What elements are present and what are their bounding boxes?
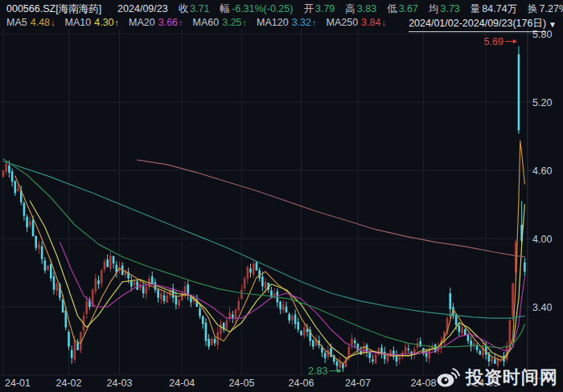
candle-body bbox=[38, 244, 40, 249]
candle-body bbox=[479, 351, 482, 355]
candle-body bbox=[205, 323, 208, 341]
candle-body bbox=[464, 329, 466, 335]
candle-body bbox=[405, 347, 407, 353]
candle-body bbox=[32, 220, 35, 237]
ma-legend-item-ma20: MA203.66↑ bbox=[129, 17, 183, 28]
trend-arrow-icon: ↑ bbox=[115, 18, 120, 27]
candle-body bbox=[351, 339, 353, 345]
stat-label: 开 bbox=[303, 3, 314, 14]
candle-body bbox=[491, 358, 493, 362]
candle-body bbox=[265, 282, 267, 288]
stat-value: 84.74万 bbox=[482, 3, 517, 14]
candle-body bbox=[160, 293, 162, 299]
candle-body bbox=[303, 328, 306, 336]
candle-body bbox=[68, 332, 70, 346]
stat-value: 3.67 bbox=[399, 3, 418, 14]
ma-legend-item-ma250: MA2503.84↓ bbox=[327, 17, 386, 28]
candle-body bbox=[408, 349, 410, 350]
candle-body bbox=[2, 170, 5, 178]
weibo-icon bbox=[436, 367, 460, 388]
stat-label: 高 bbox=[345, 3, 355, 14]
candle-body bbox=[375, 355, 377, 364]
x-axis-label: 24-06 bbox=[289, 378, 314, 389]
candle-body bbox=[154, 282, 157, 289]
candle-body bbox=[372, 359, 374, 361]
candle-body bbox=[202, 316, 204, 325]
candle-body bbox=[55, 284, 58, 291]
candle-body bbox=[232, 314, 234, 318]
ma-name: MA10 bbox=[65, 17, 92, 28]
candle-body bbox=[324, 353, 327, 358]
candle-body bbox=[142, 286, 145, 293]
candle-body bbox=[494, 359, 496, 364]
stat-label: 幅 bbox=[220, 3, 231, 14]
candle-body bbox=[178, 300, 180, 306]
candle-body bbox=[130, 280, 133, 286]
candle-body bbox=[47, 266, 49, 271]
candle-body bbox=[368, 353, 371, 358]
candle-body bbox=[17, 189, 19, 191]
candle-body bbox=[44, 260, 47, 270]
stock-chart-window: 5.805.204.604.003.402.8024-0124-0224-032… bbox=[0, 0, 563, 392]
candle-body bbox=[146, 287, 148, 295]
annotation-label: 5.69 bbox=[484, 36, 503, 47]
candle-body bbox=[288, 314, 290, 321]
candle-body bbox=[449, 293, 451, 309]
candle-body bbox=[258, 270, 261, 278]
y-axis-label: 4.00 bbox=[532, 234, 552, 245]
trade-date: 2024/09/23 bbox=[117, 3, 168, 14]
candle-body bbox=[23, 203, 26, 216]
stock-symbol: 000566.SZ[海南海药] bbox=[6, 2, 101, 16]
candle-body bbox=[62, 300, 64, 312]
candle-body bbox=[342, 364, 344, 369]
ma-value: 3.25 bbox=[222, 17, 241, 28]
candle-body bbox=[455, 314, 458, 325]
ma-line-MA250 bbox=[138, 160, 525, 257]
candle-body bbox=[26, 217, 28, 227]
watermark-text: 投资时间网 bbox=[466, 365, 558, 390]
candle-body bbox=[35, 236, 37, 248]
x-axis-label: 24-01 bbox=[5, 378, 31, 389]
ma-name: MA250 bbox=[327, 17, 359, 28]
candle-body bbox=[235, 309, 237, 319]
stat-avg: 均3.73 bbox=[429, 2, 460, 16]
ma-name: MA120 bbox=[257, 17, 289, 28]
trend-arrow-icon: ↑ bbox=[179, 18, 183, 27]
stat-value: 3.83 bbox=[357, 3, 376, 14]
candle-body bbox=[74, 341, 76, 361]
ma-line-MA120 bbox=[3, 161, 524, 319]
candle-body bbox=[136, 281, 138, 289]
candle-body bbox=[297, 322, 299, 330]
x-axis-label: 24-08 bbox=[410, 378, 436, 389]
ma-value: 3.32 bbox=[292, 17, 311, 28]
trend-arrow-icon: ↓ bbox=[381, 18, 386, 27]
candle-body bbox=[71, 350, 73, 358]
ma-line-MA5 bbox=[15, 141, 525, 364]
candle-body bbox=[485, 346, 487, 355]
candle-body bbox=[256, 262, 258, 270]
ma-legend-item-ma120: MA1203.32↑ bbox=[257, 17, 316, 28]
candle-body bbox=[85, 301, 88, 314]
annotation-arrowhead bbox=[513, 39, 517, 43]
stat-label: 换 bbox=[528, 3, 538, 14]
candlestick-chart-canvas[interactable]: 5.805.204.604.003.402.8024-0124-0224-032… bbox=[0, 0, 563, 392]
stat-label: 低 bbox=[387, 3, 397, 14]
candle-body bbox=[97, 280, 100, 284]
candle-body bbox=[109, 255, 112, 268]
stat-open: 开3.79 bbox=[303, 2, 335, 16]
trend-arrow-icon: ↓ bbox=[51, 18, 55, 27]
stat-label: 量 bbox=[471, 3, 481, 14]
x-axis-label: 24-02 bbox=[56, 378, 82, 389]
stat-value: 3.73 bbox=[440, 3, 459, 14]
candle-body bbox=[14, 182, 17, 194]
more-options[interactable]: … bbox=[548, 1, 558, 12]
date-range-selector[interactable]: 2024/01/02-2024/09/23(176日) ▼ bbox=[409, 17, 557, 32]
dropdown-caret-icon: ▼ bbox=[549, 20, 557, 29]
candle-body bbox=[29, 222, 31, 226]
ma-legend-item-ma60: MA603.25↑ bbox=[193, 17, 248, 28]
candle-body bbox=[199, 308, 201, 316]
x-axis-label: 24-05 bbox=[228, 378, 254, 389]
candle-body bbox=[419, 341, 421, 347]
header-bar: 000566.SZ[海南海药] 2024/09/23 收3.71 幅-6.31%… bbox=[6, 2, 563, 16]
ma-value: 4.30 bbox=[94, 17, 113, 28]
